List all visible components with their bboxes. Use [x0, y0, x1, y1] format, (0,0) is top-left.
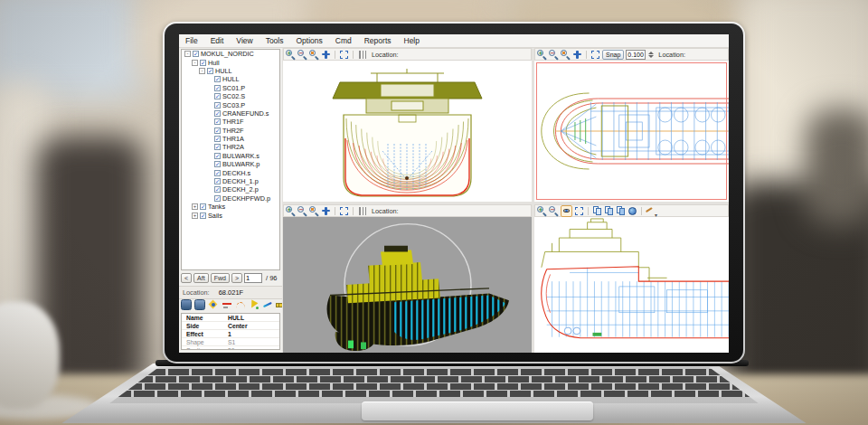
tree-node[interactable]: ✓ THR1A: [182, 135, 279, 143]
sep-icon[interactable]: [353, 207, 354, 215]
zoom-in-icon[interactable]: [537, 206, 547, 216]
menu-item[interactable]: Options: [289, 34, 328, 47]
menu-item[interactable]: Edit: [204, 34, 231, 47]
fit-icon[interactable]: [339, 50, 349, 60]
zoom-window-icon[interactable]: [309, 50, 319, 60]
sep-icon[interactable]: [641, 207, 642, 215]
tree-node[interactable]: ✓ DECKH.s: [182, 168, 279, 176]
sep-icon[interactable]: [335, 51, 335, 59]
fit-icon[interactable]: [574, 206, 584, 216]
checkbox-checked-icon[interactable]: ✓: [214, 93, 221, 99]
zoom-window-icon[interactable]: [561, 50, 571, 60]
checkbox-checked-icon[interactable]: ✓: [214, 128, 221, 134]
tree-node[interactable]: ✓ SC02.S: [182, 92, 279, 100]
zoom-out-icon[interactable]: [549, 206, 559, 216]
copy-view-icon[interactable]: [592, 206, 602, 216]
tree-node[interactable]: - ✓ Hull: [182, 58, 279, 66]
fill-color-icon[interactable]: [249, 299, 259, 310]
paste-view-icon[interactable]: [604, 206, 614, 216]
checkbox-checked-icon[interactable]: ✓: [214, 161, 221, 167]
prev-section-button[interactable]: <: [181, 273, 192, 283]
expander-icon[interactable]: +: [192, 203, 198, 210]
body-plan-canvas[interactable]: [283, 61, 532, 202]
sep-icon[interactable]: [335, 207, 335, 215]
checkbox-checked-icon[interactable]: ✓: [214, 118, 221, 125]
zoom-out-icon[interactable]: [297, 50, 307, 60]
checkbox-checked-icon[interactable]: ✓: [214, 76, 221, 82]
compass-icon[interactable]: [208, 299, 219, 310]
zoom-in-icon[interactable]: [286, 50, 296, 60]
zoom-out-icon[interactable]: [297, 206, 307, 216]
tree-node[interactable]: + ✓ Sails: [182, 211, 279, 219]
checkbox-checked-icon[interactable]: ✓: [200, 203, 206, 210]
aft-button[interactable]: Aft: [193, 273, 209, 283]
pan-icon[interactable]: [321, 50, 331, 60]
next-section-button[interactable]: >: [231, 273, 242, 283]
tree-node[interactable]: ✓ THR1F: [182, 118, 279, 126]
fit-icon[interactable]: [339, 206, 349, 216]
checkbox-checked-icon[interactable]: ✓: [214, 178, 221, 184]
checkbox-checked-icon[interactable]: ✓: [200, 212, 206, 219]
model-tree[interactable]: - ✓ MOKUL_NORDIC - ✓ Hull: [181, 49, 280, 270]
draw-pen-icon[interactable]: [262, 299, 273, 310]
fwd-button[interactable]: Fwd: [211, 273, 230, 283]
menu-item[interactable]: Reports: [358, 34, 398, 47]
checkbox-checked-icon[interactable]: ✓: [193, 51, 199, 57]
tree-node[interactable]: ✓ BULWARK.p: [182, 160, 279, 168]
sep-icon[interactable]: [353, 51, 354, 59]
pan-icon[interactable]: [572, 50, 582, 60]
spline-icon[interactable]: [235, 299, 246, 310]
world-icon[interactable]: [627, 206, 637, 216]
snap-value-input[interactable]: [626, 50, 646, 60]
visibility-icon[interactable]: [561, 205, 572, 217]
checkbox-checked-icon[interactable]: ✓: [214, 153, 221, 159]
section-index-input[interactable]: [244, 273, 262, 283]
expander-icon[interactable]: -: [199, 68, 205, 74]
sections-icon[interactable]: [357, 206, 367, 216]
checkbox-checked-icon[interactable]: ✓: [200, 60, 206, 66]
hull-view-icon[interactable]: [194, 299, 205, 310]
trim-line-icon[interactable]: [222, 299, 232, 310]
tree-node[interactable]: ✓ BULWARK.s: [182, 152, 279, 160]
fit-icon[interactable]: [590, 50, 600, 60]
expander-icon[interactable]: -: [184, 51, 191, 57]
spinner-down-icon[interactable]: [648, 55, 654, 58]
profile-view-canvas[interactable]: [534, 217, 729, 353]
tree-node[interactable]: ✓ SC03.P: [182, 100, 279, 109]
tree-node[interactable]: - ✓ MOKUL_NORDIC: [182, 50, 279, 58]
tree-node[interactable]: ✓ SC01.P: [182, 84, 279, 92]
tree-node[interactable]: ✓ THR2F: [182, 127, 279, 135]
snap-button[interactable]: Snap: [602, 50, 624, 60]
checkbox-checked-icon[interactable]: ✓: [214, 110, 221, 117]
checkbox-checked-icon[interactable]: ✓: [207, 68, 213, 74]
checkbox-checked-icon[interactable]: ✓: [214, 195, 221, 202]
tree-node[interactable]: ✓ DECKHPFWD.p: [182, 194, 279, 203]
expander-icon[interactable]: +: [192, 212, 198, 219]
sep-icon[interactable]: [588, 207, 589, 215]
tree-node[interactable]: ✓ DECKH_1.p: [182, 177, 279, 185]
export-view-icon[interactable]: [616, 206, 626, 216]
tree-node[interactable]: ✓ HULL: [182, 75, 279, 83]
menu-item[interactable]: Cmd: [329, 34, 358, 47]
checkbox-checked-icon[interactable]: ✓: [214, 170, 221, 176]
tree-node[interactable]: ✓ THR2A: [182, 143, 279, 151]
tree-node[interactable]: - ✓ HULL: [182, 67, 279, 75]
section-view-icon[interactable]: [181, 299, 192, 310]
checkbox-checked-icon[interactable]: ✓: [214, 136, 221, 142]
sep-icon[interactable]: [586, 51, 587, 59]
menu-item[interactable]: File: [179, 34, 204, 47]
plan-view-canvas[interactable]: [534, 61, 729, 202]
spinner-up-icon[interactable]: [648, 52, 654, 54]
checkbox-checked-icon[interactable]: ✓: [214, 144, 221, 150]
zoom-in-icon[interactable]: [286, 206, 296, 216]
tree-node[interactable]: + ✓ Tanks: [182, 203, 279, 211]
menu-item[interactable]: Help: [398, 34, 426, 47]
tree-node[interactable]: ✓ DECKH_2.p: [182, 185, 279, 194]
menu-item[interactable]: View: [230, 34, 259, 47]
edit-dropdown-icon[interactable]: [646, 206, 656, 216]
zoom-in-icon[interactable]: [537, 50, 547, 60]
checkbox-checked-icon[interactable]: ✓: [214, 186, 221, 193]
zoom-out-icon[interactable]: [549, 50, 559, 60]
menu-item[interactable]: Tools: [259, 34, 290, 47]
sections-icon[interactable]: [357, 50, 367, 60]
